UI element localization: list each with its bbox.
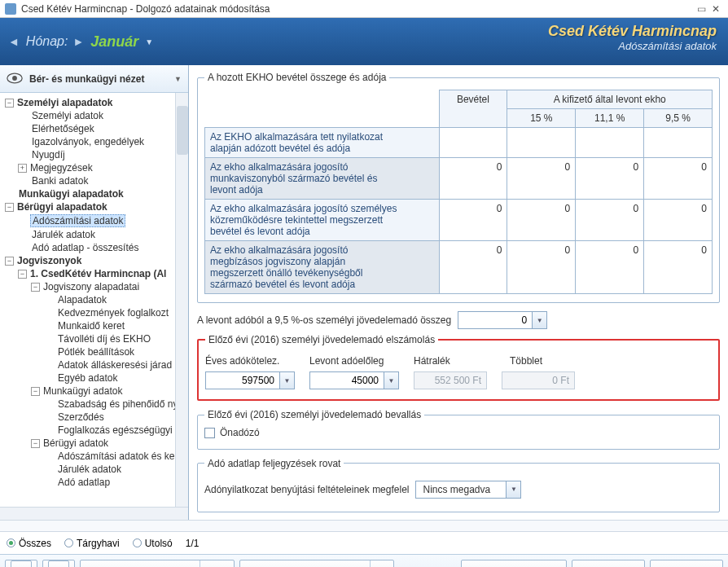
eves-input-field[interactable]: [206, 372, 279, 389]
tree-node[interactable]: −Bérügyi adatok: [0, 437, 188, 450]
expand-icon[interactable]: +: [18, 164, 27, 173]
tree-node[interactable]: −Személyi alapadatok: [0, 96, 188, 109]
tree-node[interactable]: Adatok álláskeresési járad: [0, 358, 188, 371]
radio-targyhavi[interactable]: Tárgyhavi: [64, 538, 120, 549]
view-selector[interactable]: Bér- és munkaügyi nézet ▼: [0, 65, 188, 93]
tree-node[interactable]: Kedvezmények foglalkozt: [0, 306, 188, 319]
table-cell[interactable]: [576, 128, 644, 158]
checkbox-icon: [204, 428, 215, 438]
tree-node[interactable]: Távolléti díj és EKHO: [0, 332, 188, 345]
tree-node[interactable]: Munkaügyi alapadatok: [0, 187, 188, 200]
eves-input[interactable]: ▼: [205, 371, 295, 389]
tree-vscrollbar[interactable]: [175, 93, 188, 507]
prev-employee-button[interactable]: Előző dolgozó ▼: [80, 560, 235, 568]
tree-node[interactable]: Foglalkozás egészségügyi :: [0, 424, 188, 437]
collapse-icon[interactable]: −: [5, 257, 14, 266]
tree-node[interactable]: Pótlék beállítások: [0, 345, 188, 358]
radio-utolso[interactable]: Utolsó: [133, 538, 173, 549]
split-dropdown-icon[interactable]: ▼: [370, 560, 383, 568]
collapse-icon[interactable]: −: [31, 387, 40, 396]
collapse-icon[interactable]: −: [31, 439, 40, 448]
save-button[interactable]: Mentés 💾: [461, 560, 567, 568]
collapse-icon[interactable]: −: [5, 203, 14, 212]
table-cell[interactable]: 0: [644, 200, 713, 241]
radio-osszes[interactable]: Összes: [7, 538, 51, 549]
table-cell[interactable]: 0: [507, 200, 576, 241]
row-label: Az ekho alkalmazására jogosító munkavisz…: [210, 161, 397, 196]
table-cell[interactable]: 0: [576, 200, 644, 241]
tree-node[interactable]: −Jogviszonyok: [0, 254, 188, 267]
current-month[interactable]: Január: [90, 33, 138, 51]
levont-eloleg-input[interactable]: ▼: [309, 371, 399, 389]
collapse-icon[interactable]: −: [31, 283, 40, 292]
tree-node[interactable]: Munkaidő keret: [0, 319, 188, 332]
tree-node[interactable]: +Megjegyzések: [0, 161, 188, 174]
tree-node[interactable]: −Bérügyi alapadatok: [0, 200, 188, 213]
view-selector-label: Bér- és munkaügyi nézet: [29, 73, 144, 85]
tree-node[interactable]: Járulék adatok: [0, 228, 188, 241]
tree-node[interactable]: Adó adatlap: [0, 476, 188, 489]
tree-node-label: Alapadatok: [56, 294, 108, 305]
split-dropdown-icon[interactable]: ▼: [200, 560, 213, 568]
chevron-down-icon[interactable]: ▼: [174, 75, 182, 83]
levont-input[interactable]: ▼: [458, 311, 547, 329]
table-row: Az ekho alkalmazására jogosító munkavisz…: [205, 158, 713, 200]
tree-node[interactable]: −Jogviszony alapadatai: [0, 280, 188, 293]
tree-node[interactable]: Szabadság és pihenőidő ny: [0, 398, 188, 411]
table-cell[interactable]: 0: [576, 158, 644, 200]
levont-eloleg-field[interactable]: [310, 372, 384, 389]
tree-node[interactable]: Szerződés: [0, 411, 188, 424]
col-tobblet: Többlet: [510, 355, 583, 367]
dropdown-icon[interactable]: ▼: [506, 481, 520, 498]
tree-node-label: Munkaidő keret: [56, 320, 126, 332]
table-cell[interactable]: 0: [439, 158, 507, 200]
col-11-1: 11,1 %: [576, 109, 644, 128]
next-employee-button[interactable]: Következő dolgozó ▼: [239, 560, 394, 568]
onadozo-checkbox[interactable]: Önadózó: [204, 427, 260, 438]
tree-hscrollbar[interactable]: [0, 507, 188, 520]
tree-node[interactable]: Járulék adatok: [0, 463, 188, 476]
tree-node[interactable]: Adó adatlap - összesítés: [0, 241, 188, 254]
collapse-icon[interactable]: −: [18, 270, 27, 279]
ok-button[interactable]: OK: [572, 560, 645, 568]
tree-node[interactable]: Nyugdíj: [0, 148, 188, 161]
table-cell[interactable]: 0: [644, 241, 713, 294]
tree-node[interactable]: −Munkaügyi adatok: [0, 385, 188, 398]
title-bar: Csed Kétév Harmincnap - Dolgozó adataina…: [0, 0, 728, 18]
tree-node[interactable]: Egyéb adatok: [0, 371, 188, 385]
table-cell[interactable]: 0: [507, 241, 576, 294]
dropdown-icon[interactable]: ▼: [384, 372, 398, 389]
tree-node-label: Személyi alapadatok: [15, 97, 114, 108]
close-button[interactable]: ✕: [708, 3, 723, 15]
tree-node[interactable]: Banki adatok: [0, 174, 188, 187]
nav-tree[interactable]: −Személyi alapadatokSzemélyi adatokElérh…: [0, 93, 188, 507]
table-cell[interactable]: 0: [439, 241, 507, 294]
minimize-button[interactable]: ▭: [694, 3, 708, 15]
tree-node[interactable]: Alapadatok: [0, 293, 188, 306]
nav-prev-icon[interactable]: ◄: [8, 35, 20, 48]
tree-node[interactable]: Igazolványok, engedélyek: [0, 135, 188, 148]
nyilatkozat-select[interactable]: Nincs megadva ▼: [415, 481, 521, 499]
table-cell[interactable]: [507, 128, 576, 158]
svg-point-1: [12, 76, 17, 81]
nav-next-icon[interactable]: ►: [72, 35, 84, 48]
table-cell[interactable]: 0: [644, 158, 713, 200]
collapse-icon[interactable]: −: [5, 99, 14, 108]
table-cell[interactable]: [439, 128, 507, 158]
levont-input-field[interactable]: [458, 312, 532, 328]
table-cell[interactable]: [644, 128, 713, 158]
page-icon-2[interactable]: [42, 560, 75, 568]
table-cell[interactable]: 0: [439, 200, 507, 241]
tree-node[interactable]: −1. CsedKétév Harmincnap (Al: [0, 267, 188, 280]
cancel-button[interactable]: Mégse: [650, 560, 723, 568]
table-cell[interactable]: 0: [507, 158, 576, 200]
month-dropdown-icon[interactable]: ▼: [145, 37, 153, 46]
tree-node[interactable]: Személyi adatok: [0, 109, 188, 122]
dropdown-icon[interactable]: ▼: [279, 372, 294, 389]
tree-node[interactable]: Adószámítási adatok és ke: [0, 450, 188, 463]
page-icon-1[interactable]: [5, 560, 37, 568]
dropdown-icon[interactable]: ▼: [532, 312, 546, 328]
tree-node[interactable]: Adószámítási adatok: [0, 213, 188, 228]
table-cell[interactable]: 0: [576, 241, 644, 294]
tree-node[interactable]: Elérhetőségek: [0, 122, 188, 135]
